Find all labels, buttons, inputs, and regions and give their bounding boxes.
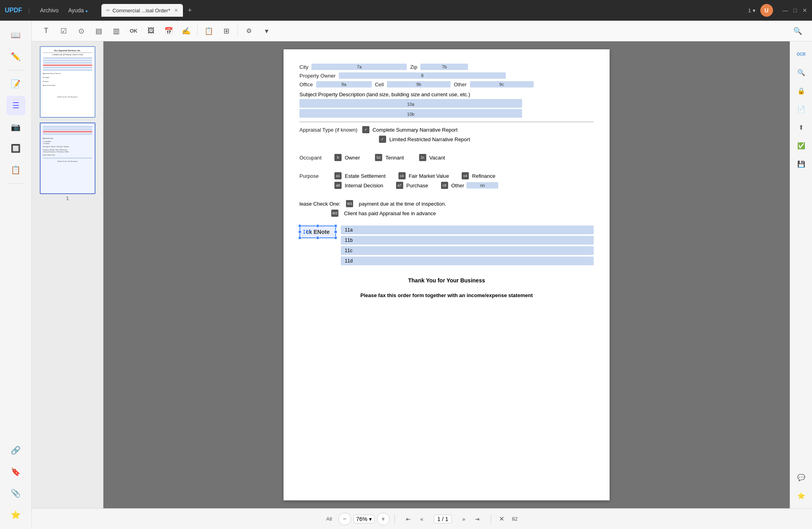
sidebar-bookmark-icon[interactable]: 🔖 xyxy=(6,462,25,481)
search-right-btn[interactable]: 🔍 xyxy=(793,64,809,80)
menu-ayuda[interactable]: Ayuda ● xyxy=(64,6,91,15)
verify-btn[interactable]: ✅ xyxy=(793,138,809,154)
checkbox-w1-icon[interactable]: W1 xyxy=(346,200,353,207)
sidebar-pages-icon[interactable]: 🔲 xyxy=(6,139,25,158)
sidebar-forms-icon[interactable]: ☰ xyxy=(6,96,25,115)
please-check-label: lease Check One: xyxy=(299,201,340,207)
sidebar-comment-icon[interactable]: 📝 xyxy=(6,74,25,93)
smart-btn[interactable]: ⭐ xyxy=(793,488,809,504)
win-minimize[interactable]: — xyxy=(783,7,788,14)
nav-first-btn[interactable]: ⇤ xyxy=(403,513,414,525)
sidebar-extract-icon[interactable]: 📋 xyxy=(6,160,25,179)
tab-close-btn[interactable]: ✕ xyxy=(174,8,178,13)
note-element[interactable]: ck E Note xyxy=(299,226,336,238)
list-tool-btn[interactable]: ▤ xyxy=(91,24,107,38)
checkbox-fair-icon[interactable]: c4 xyxy=(398,172,406,179)
ok-tool-btn[interactable]: OK xyxy=(126,24,142,38)
separator: | xyxy=(29,8,30,13)
zip-field[interactable]: 7b xyxy=(420,64,468,70)
checkbox-tennant-icon[interactable]: b2 xyxy=(375,154,382,161)
bottom-close-btn[interactable]: ✕ xyxy=(496,513,507,525)
resize-handle-br[interactable] xyxy=(334,236,337,239)
sidebar-edit-icon[interactable]: ✏️ xyxy=(6,47,25,66)
field-11d[interactable]: 11d xyxy=(341,257,594,265)
checkbox-other-icon[interactable]: c8 xyxy=(441,182,448,189)
win-maximize[interactable]: □ xyxy=(794,7,797,14)
multiline-tool-btn[interactable]: ▥ xyxy=(108,24,124,38)
date-tool-btn[interactable]: 📅 xyxy=(161,24,177,38)
checkbox-vacant-icon[interactable]: 2c xyxy=(419,154,426,161)
share-btn[interactable]: ⬆ xyxy=(793,119,809,135)
tennant-label: Tennant xyxy=(385,155,404,161)
checkbox-refinance-icon[interactable]: c4 xyxy=(462,172,469,179)
toolbar: T ☑ ⊙ ▤ ▥ OK 🖼 📅 ✍ 📋 ⊞ ⚙ ▾ 🔍 xyxy=(32,21,812,41)
desc-field-b[interactable]: 10b xyxy=(299,109,522,118)
grid-tool-btn[interactable]: ⊞ xyxy=(218,24,234,38)
nav-next-fast-btn[interactable]: » xyxy=(458,513,469,525)
page-current[interactable]: 1 xyxy=(437,516,441,522)
sidebar-organize-icon[interactable]: 📷 xyxy=(6,117,25,136)
property-owner-field[interactable]: 8 xyxy=(339,72,506,79)
resize-handle-bc[interactable] xyxy=(316,236,319,239)
sidebar-layers-icon[interactable]: 🔗 xyxy=(6,441,25,460)
purpose-row1: Purpose a1 Estate Settlement c4 Fair Mar… xyxy=(299,172,594,179)
checkbox-purchase-icon[interactable]: a7 xyxy=(396,182,403,189)
resize-handle-tl[interactable] xyxy=(298,224,301,228)
nav-last-btn[interactable]: ⇥ xyxy=(472,513,483,525)
checkbox-internal-icon[interactable]: a6 xyxy=(334,182,342,189)
ocr-btn[interactable]: OCR xyxy=(793,46,809,62)
city-field[interactable]: 7a xyxy=(311,64,407,70)
resize-handle-tr[interactable] xyxy=(334,224,337,228)
sidebar-star-icon[interactable]: ⭐ xyxy=(6,505,25,524)
checkbox-owner-icon[interactable]: b xyxy=(334,154,342,161)
active-tab[interactable]: ✏ Commercial ...isal Order* ✕ xyxy=(101,4,183,17)
checkbox-tool-btn[interactable]: ☑ xyxy=(56,24,72,38)
desc-field-a[interactable]: 10a xyxy=(299,99,522,108)
nav-prev-fast-btn[interactable]: « xyxy=(416,513,427,525)
comment-right-btn[interactable]: 💬 xyxy=(793,469,809,485)
pdf-viewer[interactable]: City 7a Zip 7b Property Owner 8 Office 9… xyxy=(103,41,790,508)
left-sidebar: 📖 ✏️ 📝 ☰ 📷 🔲 📋 🔗 🔖 📎 ⭐ xyxy=(0,21,32,529)
storage-btn[interactable]: 💾 xyxy=(793,156,809,172)
checkbox-estate-icon[interactable]: a1 xyxy=(334,172,342,179)
checkbox-w2-icon[interactable]: W2 xyxy=(331,210,338,217)
text-tool-btn[interactable]: T xyxy=(38,24,54,38)
lock-btn[interactable]: 🔒 xyxy=(793,83,809,99)
field-11b[interactable]: 11b xyxy=(341,236,594,245)
resize-handle-mr[interactable] xyxy=(334,230,337,233)
zip-label: Zip xyxy=(410,64,417,70)
image-tool-btn[interactable]: 🖼 xyxy=(143,24,159,38)
zoom-select[interactable]: 76% ▾ xyxy=(354,515,375,523)
zoom-out-btn[interactable]: − xyxy=(338,513,351,525)
radio-tool-btn[interactable]: ⊙ xyxy=(73,24,89,38)
office-field[interactable]: 9a xyxy=(316,81,372,88)
checkbox-limited-icon[interactable]: ✓ xyxy=(379,136,386,143)
toolbar-sep2 xyxy=(237,25,238,37)
cell-field[interactable]: 9b xyxy=(387,81,451,88)
menu-archivo[interactable]: Archivo xyxy=(36,6,63,15)
field-11a[interactable]: 11a xyxy=(341,226,594,234)
resize-handle-bl[interactable] xyxy=(298,236,301,239)
dropdown-tool-btn[interactable]: ▾ xyxy=(258,24,274,38)
sidebar-read-icon[interactable]: 📖 xyxy=(6,25,25,45)
complete-summary-label: Complete Summary Narrative Report xyxy=(373,127,458,133)
resize-handle-ml[interactable] xyxy=(298,230,301,233)
thumb-page-1[interactable]: ALL Appraisal Services, Inc. COMMERCIAL … xyxy=(40,46,95,118)
zoom-in-btn[interactable]: + xyxy=(377,513,390,525)
search-btn[interactable]: 🔍 xyxy=(790,24,806,38)
pages-btn[interactable]: 📄 xyxy=(793,101,809,117)
new-tab-btn[interactable]: + xyxy=(185,6,195,15)
settings-tool-btn[interactable]: ⚙ xyxy=(241,24,257,38)
field-11c[interactable]: 11c xyxy=(341,246,594,255)
copy-tool-btn[interactable]: 📋 xyxy=(201,24,217,38)
checkbox-complete-icon[interactable]: ✓ xyxy=(362,126,369,133)
toolbar-right: 🔍 xyxy=(790,24,806,38)
win-close[interactable]: ✕ xyxy=(802,7,807,14)
user-avatar[interactable]: U xyxy=(760,4,773,17)
other-field[interactable]: 9c xyxy=(470,81,534,88)
sidebar-attach-icon[interactable]: 📎 xyxy=(6,484,25,503)
resize-handle-tc[interactable] xyxy=(316,224,319,228)
sign-tool-btn[interactable]: ✍ xyxy=(178,24,194,38)
thumb-page-2[interactable]: Appraisal Type □ Complete □ Limited Occu… xyxy=(40,123,95,201)
other-nn-field[interactable]: nn xyxy=(466,182,498,189)
